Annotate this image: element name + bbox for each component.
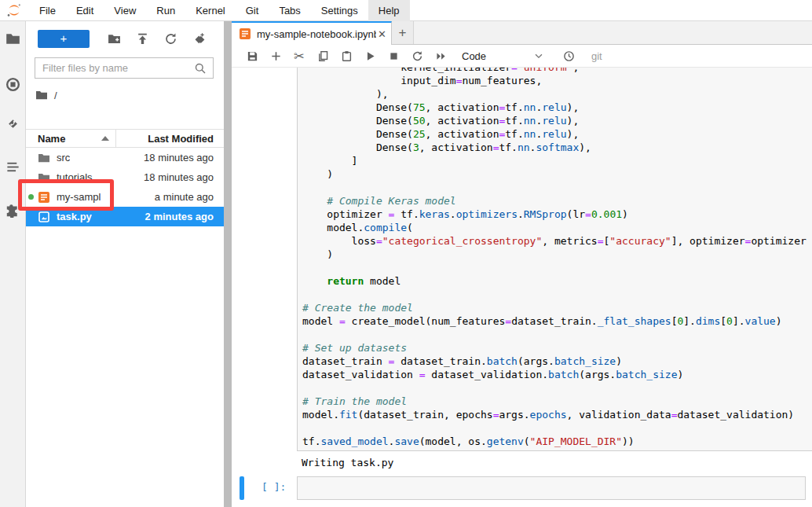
code-line: tf.saved_model.save(model, os.getenv("AI… bbox=[302, 435, 812, 448]
file-modified: a minute ago bbox=[155, 191, 214, 203]
code-line bbox=[302, 328, 812, 341]
notebook-icon bbox=[239, 28, 251, 40]
breadcrumb[interactable]: / bbox=[35, 87, 57, 103]
extensions-icon[interactable] bbox=[5, 202, 21, 219]
restart-kernel-icon[interactable] bbox=[405, 46, 429, 65]
plus-icon: + bbox=[399, 25, 407, 41]
code-line: model.compile( bbox=[302, 221, 812, 234]
code-line: ] bbox=[302, 154, 812, 167]
notebook-panel: my-sample-notebook.ipynb ✕ + ✂ bbox=[232, 21, 812, 507]
menu-item-git[interactable]: Git bbox=[236, 0, 269, 21]
column-name[interactable]: Name bbox=[38, 133, 65, 145]
breadcrumb-root[interactable]: / bbox=[54, 90, 57, 101]
column-last-modified[interactable]: Last Modified bbox=[148, 133, 214, 145]
upload-icon[interactable] bbox=[129, 30, 155, 47]
add-cell-icon[interactable] bbox=[264, 46, 287, 65]
cell-type-select[interactable]: Code bbox=[462, 50, 544, 62]
new-folder-icon[interactable] bbox=[101, 30, 127, 47]
run-all-icon[interactable] bbox=[429, 46, 452, 65]
empty-cell-input[interactable] bbox=[297, 476, 806, 500]
new-launcher-button[interactable]: + bbox=[38, 30, 90, 48]
panel-splitter[interactable] bbox=[224, 21, 232, 507]
file-browser-icon[interactable] bbox=[5, 31, 21, 47]
menu-bar: FileEditViewRunKernelGitTabsSettingsHelp bbox=[0, 0, 812, 21]
file-list: src18 minutes agotutorials18 minutes ago… bbox=[26, 148, 224, 226]
tab-my-sample-notebook[interactable]: my-sample-notebook.ipynb ✕ bbox=[232, 21, 392, 45]
code-line: dataset_train = dataset_train.batch(args… bbox=[302, 355, 812, 368]
code-cell-editor[interactable]: kernel_initializer='uniform', input_dim=… bbox=[297, 68, 812, 451]
menu-item-tabs[interactable]: Tabs bbox=[269, 0, 310, 21]
code-line: loss="categorical_crossentropy", metrics… bbox=[302, 234, 812, 248]
file-icon bbox=[38, 211, 50, 223]
cell-collapser[interactable] bbox=[240, 476, 244, 500]
file-modified: 18 minutes ago bbox=[144, 152, 214, 163]
chevron-down-icon bbox=[533, 50, 544, 61]
empty-code-cell[interactable]: [ ]: bbox=[232, 476, 812, 500]
file-modified: 18 minutes ago bbox=[144, 171, 214, 183]
input-prompt: [ ]: bbox=[262, 476, 290, 493]
copy-icon[interactable] bbox=[311, 46, 335, 65]
menu-item-edit[interactable]: Edit bbox=[66, 0, 104, 21]
git-status-label: git bbox=[591, 50, 602, 62]
clock-icon[interactable] bbox=[557, 46, 580, 65]
cell-output: Writing task.py bbox=[302, 457, 393, 468]
filter-files-input[interactable] bbox=[35, 62, 194, 74]
menu-items: FileEditViewRunKernelGitTabsSettingsHelp bbox=[29, 0, 410, 21]
menu-item-run[interactable]: Run bbox=[146, 0, 185, 21]
notebook-icon bbox=[38, 191, 50, 204]
table-of-contents-icon[interactable] bbox=[5, 159, 21, 175]
close-icon[interactable]: ✕ bbox=[378, 28, 386, 40]
code-lines: kernel_initializer='uniform', input_dim=… bbox=[298, 68, 812, 451]
code-line: model = create_model(num_features=datase… bbox=[302, 314, 812, 328]
menu-item-kernel[interactable]: Kernel bbox=[185, 0, 236, 21]
code-line: # Train the model bbox=[302, 395, 812, 408]
jupyter-logo-icon bbox=[6, 2, 22, 18]
code-line: Dense(75, activation=tf.nn.relu), bbox=[302, 101, 812, 114]
code-line bbox=[302, 181, 812, 194]
paste-icon[interactable] bbox=[335, 46, 358, 65]
notebook-toolbar: ✂ Code bbox=[232, 45, 812, 68]
file-name: src bbox=[57, 152, 70, 163]
code-line: return model bbox=[302, 274, 812, 288]
cell-type-value: Code bbox=[462, 50, 486, 62]
file-row-task.py[interactable]: task.py2 minutes ago bbox=[26, 207, 224, 226]
cut-icon[interactable]: ✂ bbox=[287, 46, 311, 65]
code-line: model.fit(dataset_train, epochs=args.epo… bbox=[302, 408, 812, 421]
git-clone-icon[interactable] bbox=[185, 30, 212, 47]
code-line: optimizer = tf.keras.optimizers.RMSprop(… bbox=[302, 208, 812, 221]
folder-icon bbox=[38, 171, 50, 184]
file-row-tutorials[interactable]: tutorials18 minutes ago bbox=[26, 167, 224, 187]
save-icon[interactable] bbox=[240, 46, 264, 65]
code-line: Dense(3, activation=tf.nn.softmax), bbox=[302, 141, 812, 154]
code-line: # Compile Keras model bbox=[302, 194, 812, 208]
running-kernels-icon[interactable] bbox=[5, 76, 21, 93]
new-tab-button[interactable]: + bbox=[392, 21, 414, 44]
menu-item-view[interactable]: View bbox=[104, 0, 146, 21]
stop-icon[interactable] bbox=[382, 46, 405, 65]
file-browser-panel: + / Name Last Modified bbox=[26, 21, 224, 507]
run-icon[interactable] bbox=[358, 46, 382, 65]
file-list-header[interactable]: Name Last Modified bbox=[26, 129, 224, 148]
file-row-my-sampl[interactable]: my-sampla minute ago bbox=[26, 187, 224, 207]
code-line: kernel_initializer='uniform', bbox=[302, 68, 812, 74]
code-line: input_dim=num_features, bbox=[302, 74, 812, 87]
code-line: Dense(50, activation=tf.nn.relu), bbox=[302, 114, 812, 127]
code-line bbox=[302, 261, 812, 274]
menu-item-settings[interactable]: Settings bbox=[311, 0, 368, 21]
menu-item-help[interactable]: Help bbox=[368, 0, 410, 21]
code-line bbox=[302, 381, 812, 395]
file-row-src[interactable]: src18 minutes ago bbox=[26, 148, 224, 167]
running-indicator bbox=[28, 194, 34, 200]
column-divider bbox=[115, 130, 116, 147]
code-line: ), bbox=[302, 87, 812, 101]
tab-bar: my-sample-notebook.ipynb ✕ + bbox=[232, 21, 812, 45]
menu-item-file[interactable]: File bbox=[29, 0, 66, 21]
git-icon[interactable] bbox=[5, 116, 21, 132]
filter-files-box bbox=[35, 57, 214, 79]
search-icon bbox=[194, 62, 207, 75]
code-line: ) bbox=[302, 167, 812, 181]
notebook-content: kernel_initializer='uniform', input_dim=… bbox=[232, 68, 812, 507]
refresh-icon[interactable] bbox=[157, 30, 184, 47]
jupyterlab-app: FileEditViewRunKernelGitTabsSettingsHelp… bbox=[0, 0, 812, 507]
folder-icon bbox=[38, 152, 50, 164]
